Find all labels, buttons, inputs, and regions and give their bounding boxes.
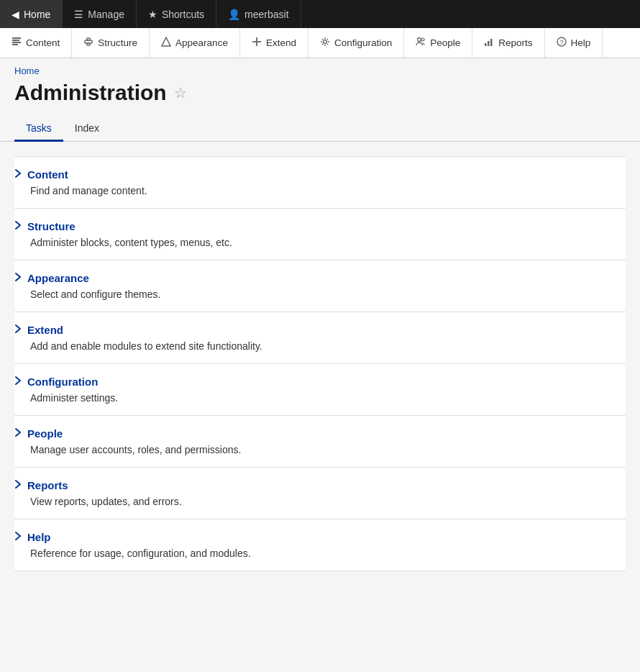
home-icon: ◀ (12, 9, 19, 20)
task-desc-reports: View reports, updates, and errors. (14, 496, 626, 507)
sec-nav: Content Structure Appearance Extend Conf… (0, 28, 640, 58)
task-header-reports[interactable]: Reports (14, 479, 626, 491)
manage-icon: ☰ (74, 9, 83, 20)
reports-nav-icon (484, 37, 494, 49)
sec-nav-content[interactable]: Content (0, 28, 72, 58)
svg-point-12 (421, 38, 424, 41)
page-title-area: Administration ☆ (0, 76, 640, 105)
svg-rect-6 (87, 43, 90, 45)
svg-rect-13 (485, 43, 487, 46)
task-title-configuration[interactable]: Configuration (27, 376, 98, 388)
task-title-structure[interactable]: Structure (27, 220, 76, 232)
sec-nav-reports[interactable]: Reports (472, 28, 544, 58)
appearance-nav-icon (161, 37, 171, 49)
page-title: Administration (14, 81, 167, 105)
sec-nav-content-label: Content (26, 37, 60, 48)
chevron-right-icon (14, 376, 22, 388)
chevron-right-icon (14, 427, 22, 440)
top-nav-shortcuts[interactable]: ★ Shortcuts (137, 0, 216, 28)
tab-tasks[interactable]: Tasks (14, 117, 63, 142)
sec-nav-people-label: People (430, 37, 460, 48)
top-nav-manage-label: Manage (88, 9, 124, 20)
task-desc-appearance: Select and configure themes. (14, 289, 626, 300)
task-title-people[interactable]: People (27, 427, 63, 440)
shortcuts-icon: ★ (148, 9, 157, 20)
sec-nav-structure[interactable]: Structure (72, 28, 150, 58)
tasks-list: Content Find and manage content. Structu… (0, 142, 640, 586)
task-item-configuration: Configuration Administer settings. (14, 363, 626, 415)
task-title-help[interactable]: Help (27, 531, 51, 543)
sec-nav-people[interactable]: People (404, 28, 472, 58)
task-desc-structure: Administer blocks, content types, menus,… (14, 237, 626, 248)
content-nav-icon (12, 37, 22, 49)
task-title-reports[interactable]: Reports (27, 479, 68, 491)
breadcrumb-home[interactable]: Home (14, 65, 40, 76)
sec-nav-help-label: Help (571, 37, 591, 48)
svg-point-11 (418, 38, 421, 42)
sec-nav-help[interactable]: ? Help (545, 28, 603, 58)
task-header-extend[interactable]: Extend (14, 324, 626, 336)
sec-nav-reports-label: Reports (498, 37, 532, 48)
svg-rect-14 (488, 41, 490, 46)
svg-marker-7 (162, 37, 170, 46)
chevron-right-icon (14, 272, 22, 284)
task-header-structure[interactable]: Structure (14, 220, 626, 232)
top-nav-home[interactable]: ◀ Home (0, 0, 63, 28)
task-header-content[interactable]: Content (14, 168, 626, 181)
extend-nav-icon (252, 37, 262, 49)
people-nav-icon (416, 37, 426, 49)
chevron-right-icon (14, 531, 22, 543)
task-item-people: People Manage user accounts, roles, and … (14, 415, 626, 467)
task-desc-people: Manage user accounts, roles, and permiss… (14, 444, 626, 455)
structure-nav-icon (83, 37, 93, 49)
task-item-appearance: Appearance Select and configure themes. (14, 260, 626, 312)
svg-rect-2 (12, 42, 21, 43)
top-nav-shortcuts-label: Shortcuts (162, 9, 204, 20)
task-header-configuration[interactable]: Configuration (14, 376, 626, 388)
help-nav-icon: ? (557, 37, 567, 49)
top-nav-user-label: meerbasit (244, 9, 288, 20)
breadcrumb[interactable]: Home (0, 58, 640, 76)
svg-rect-15 (490, 39, 493, 46)
task-header-appearance[interactable]: Appearance (14, 272, 626, 284)
sec-nav-appearance[interactable]: Appearance (150, 28, 240, 58)
chevron-right-icon (14, 168, 22, 181)
tab-index[interactable]: Index (63, 117, 111, 142)
task-title-content[interactable]: Content (27, 168, 68, 181)
task-item-extend: Extend Add and enable modules to extend … (14, 312, 626, 363)
configuration-nav-icon (320, 37, 330, 49)
chevron-right-icon (14, 324, 22, 336)
task-header-help[interactable]: Help (14, 531, 626, 543)
svg-text:?: ? (559, 39, 563, 46)
tabs: Tasks Index (0, 105, 640, 142)
sec-nav-structure-label: Structure (98, 37, 137, 48)
svg-rect-1 (12, 40, 19, 41)
sec-nav-configuration-label: Configuration (334, 37, 392, 48)
svg-rect-0 (12, 37, 21, 39)
top-nav-user[interactable]: 👤 meerbasit (216, 0, 301, 28)
task-header-people[interactable]: People (14, 427, 626, 440)
sec-nav-configuration[interactable]: Configuration (308, 28, 404, 58)
task-desc-content: Find and manage content. (14, 185, 626, 196)
task-item-help: Help Reference for usage, configuration,… (14, 519, 626, 571)
task-desc-help: Reference for usage, configuration, and … (14, 548, 626, 559)
user-icon: 👤 (228, 9, 240, 20)
svg-rect-5 (87, 38, 90, 40)
top-nav-home-label: Home (24, 9, 50, 20)
top-nav: ◀ Home ☰ Manage ★ Shortcuts 👤 meerbasit (0, 0, 640, 28)
task-title-appearance[interactable]: Appearance (27, 272, 89, 284)
top-nav-manage[interactable]: ☰ Manage (63, 0, 137, 28)
task-item-reports: Reports View reports, updates, and error… (14, 467, 626, 519)
sec-nav-extend-label: Extend (266, 37, 296, 48)
chevron-right-icon (14, 220, 22, 232)
svg-point-10 (323, 40, 326, 44)
favorite-star-icon[interactable]: ☆ (174, 84, 187, 101)
chevron-right-icon (14, 479, 22, 491)
task-desc-extend: Add and enable modules to extend site fu… (14, 340, 626, 352)
task-item-structure: Structure Administer blocks, content typ… (14, 208, 626, 260)
sec-nav-extend[interactable]: Extend (240, 28, 308, 58)
task-item-content: Content Find and manage content. (14, 156, 626, 208)
task-title-extend[interactable]: Extend (27, 324, 63, 336)
task-desc-configuration: Administer settings. (14, 392, 626, 404)
sec-nav-appearance-label: Appearance (175, 37, 228, 48)
